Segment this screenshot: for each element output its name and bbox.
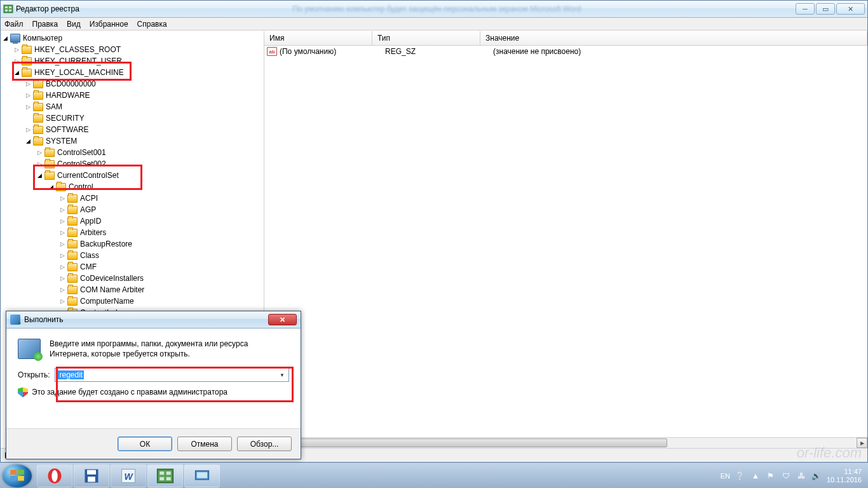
expander-icon[interactable]: ▷ <box>25 81 32 88</box>
expander-icon[interactable]: ▷ <box>59 229 66 236</box>
tree-item[interactable]: ▷AGP <box>1 204 264 215</box>
list-header[interactable]: Имя Тип Значение <box>264 31 867 46</box>
chevron-up-icon[interactable]: ▲ <box>750 471 761 481</box>
browse-button[interactable]: Обзор... <box>237 437 292 451</box>
taskbar-opera[interactable] <box>37 464 72 487</box>
menu-file[interactable]: Файл <box>4 20 24 29</box>
folder-icon <box>67 252 78 260</box>
taskbar-run[interactable] <box>184 464 220 487</box>
menu-view[interactable]: Вид <box>67 20 81 29</box>
title-bar[interactable]: Редактор реестра По умолчанию компьютер … <box>1 1 867 18</box>
shield-tray-icon[interactable]: 🛡 <box>781 471 791 481</box>
svg-rect-12 <box>87 470 96 474</box>
tree-hkcr[interactable]: HKEY_CLASSES_ROOT <box>34 45 121 54</box>
tree-control[interactable]: Control <box>69 182 93 191</box>
tree-item[interactable]: ▷ACPI <box>1 193 264 204</box>
folder-icon <box>67 286 78 294</box>
run-input[interactable]: regedit ▼ <box>55 368 289 382</box>
tree-hkcu[interactable]: HKEY_CURRENT_USER <box>34 57 122 65</box>
expander-icon[interactable]: ▷ <box>13 46 20 53</box>
tray-date: 10.11.2016 <box>827 476 862 484</box>
tree-bcd[interactable]: BCD00000000 <box>46 79 96 88</box>
expander-icon[interactable]: ◢ <box>25 138 32 145</box>
taskbar[interactable]: W EN ❔ ▲ ⚑ 🛡 🖧 🔊 11:47 10.11.2016 <box>0 463 868 488</box>
expander-icon[interactable]: ◢ <box>36 172 43 179</box>
tree-cs1[interactable]: ControlSet001 <box>57 148 106 157</box>
scroll-thumb[interactable] <box>275 438 667 447</box>
folder-icon <box>67 229 78 237</box>
tree-item[interactable]: ▷CMF <box>1 261 264 273</box>
folder-icon <box>44 172 55 180</box>
folder-icon <box>33 80 43 88</box>
maximize-button[interactable]: ▭ <box>816 3 835 15</box>
folder-icon <box>33 92 43 100</box>
tree-hklm[interactable]: HKEY_LOCAL_MACHINE <box>34 68 124 77</box>
tree-cs2[interactable]: ControlSet002 <box>57 159 106 168</box>
expander-icon[interactable]: ▷ <box>25 104 32 111</box>
expander-icon[interactable]: ▷ <box>36 149 43 156</box>
tree-item[interactable]: ▷AppID <box>1 215 264 227</box>
system-tray[interactable]: EN ❔ ▲ ⚑ 🛡 🖧 🔊 11:47 10.11.2016 <box>721 468 865 483</box>
expander-icon[interactable]: ▷ <box>59 252 66 259</box>
taskbar-save[interactable] <box>74 464 109 487</box>
tray-clock[interactable]: 11:47 10.11.2016 <box>827 468 862 483</box>
tree-item[interactable]: ▷Arbiters <box>1 227 264 238</box>
tree-software[interactable]: SOFTWARE <box>46 125 89 134</box>
scroll-right-icon[interactable]: ▶ <box>857 438 867 448</box>
start-button[interactable] <box>3 464 32 487</box>
ok-button[interactable]: ОК <box>118 437 172 451</box>
tray-lang[interactable]: EN <box>721 472 730 480</box>
cancel-button[interactable]: Отмена <box>177 437 232 451</box>
menu-edit[interactable]: Правка <box>32 20 58 29</box>
expander-icon[interactable]: ◢ <box>48 184 55 191</box>
expander-icon[interactable]: ▷ <box>59 287 66 294</box>
expander-icon[interactable]: ◢ <box>2 35 9 42</box>
tree-hardware[interactable]: HARDWARE <box>46 91 90 100</box>
expander-icon[interactable]: ▷ <box>59 218 66 225</box>
value-name: (По умолчанию) <box>280 47 385 56</box>
expander-icon[interactable]: ▷ <box>59 275 66 282</box>
tree-item[interactable]: ▷COM Name Arbiter <box>1 284 264 295</box>
taskbar-word[interactable]: W <box>111 464 146 487</box>
run-close-button[interactable]: ✕ <box>268 314 297 325</box>
help-icon[interactable]: ❔ <box>735 471 745 481</box>
tree-ccs[interactable]: CurrentControlSet <box>57 171 119 180</box>
col-type[interactable]: Тип <box>372 31 480 45</box>
flag-icon[interactable]: ⚑ <box>766 471 776 481</box>
tree-item[interactable]: ▷CoDeviceInstallers <box>1 273 264 284</box>
expander-icon[interactable]: ▷ <box>59 264 66 271</box>
menu-favorites[interactable]: Избранное <box>90 20 128 29</box>
svg-rect-1 <box>5 6 8 8</box>
expander-icon[interactable]: ▷ <box>59 195 66 202</box>
expander-icon[interactable]: ◢ <box>13 69 20 76</box>
dropdown-icon[interactable]: ▼ <box>277 370 287 380</box>
expander-icon[interactable]: ▷ <box>59 241 66 248</box>
expander-icon[interactable]: ▷ <box>36 161 43 168</box>
menu-help[interactable]: Справка <box>137 20 167 29</box>
expander-icon[interactable]: ▷ <box>59 207 66 214</box>
tree-item[interactable]: ▷Class <box>1 250 264 261</box>
minimize-button[interactable]: ─ <box>796 3 815 15</box>
col-value[interactable]: Значение <box>480 31 867 45</box>
horizontal-scrollbar[interactable]: ◀ ▶ <box>264 437 867 448</box>
list-row[interactable]: ab (По умолчанию) REG_SZ (значение не пр… <box>264 46 867 57</box>
volume-icon[interactable]: 🔊 <box>811 471 822 481</box>
expander-icon[interactable]: ▷ <box>25 126 32 133</box>
tree-root[interactable]: Компьютер <box>23 34 62 43</box>
network-icon[interactable]: 🖧 <box>796 471 806 481</box>
tree-sam[interactable]: SAM <box>46 102 62 111</box>
tree-security[interactable]: SECURITY <box>46 114 85 123</box>
expander-icon[interactable]: ▷ <box>25 92 32 99</box>
tree-item[interactable]: ▷BackupRestore <box>1 238 264 250</box>
tree-item[interactable]: ▷ComputerName <box>1 295 264 307</box>
tree-label: Class <box>80 251 99 260</box>
close-button[interactable]: ✕ <box>836 3 865 15</box>
taskbar-regedit[interactable] <box>147 464 183 487</box>
tree-label: ACPI <box>80 194 98 203</box>
expander-icon[interactable]: ▷ <box>59 298 66 305</box>
col-name[interactable]: Имя <box>264 31 372 45</box>
run-title-bar[interactable]: Выполнить ✕ <box>6 311 301 329</box>
svg-rect-18 <box>166 471 171 475</box>
expander-icon[interactable]: ▷ <box>13 58 20 65</box>
tree-system[interactable]: SYSTEM <box>46 137 77 146</box>
